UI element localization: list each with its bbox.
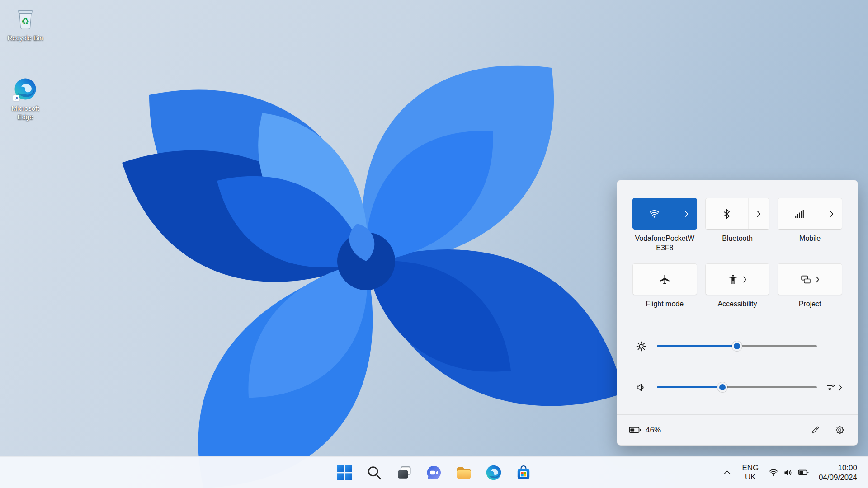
brightness-slider-fill (657, 345, 737, 347)
volume-status-icon (783, 468, 793, 477)
chevron-up-icon (724, 470, 731, 474)
battery-status-button[interactable]: 46% (629, 426, 661, 435)
speaker-icon (632, 382, 650, 393)
volume-row (632, 378, 842, 396)
search-icon (366, 465, 382, 481)
chevron-right-icon (830, 211, 834, 217)
accessibility-label: Accessibility (705, 299, 770, 309)
quick-settings-footer: 46% (617, 414, 858, 445)
svg-text:♻: ♻ (21, 16, 29, 26)
file-explorer-button[interactable] (451, 460, 477, 486)
quick-settings-panel: VodafonePocketW E3F8 Bluetooth (617, 180, 858, 446)
footer-buttons (806, 422, 849, 438)
chevron-right-icon (838, 384, 842, 391)
system-tray-status-button[interactable] (764, 460, 813, 485)
chevron-right-icon (757, 211, 761, 217)
language-code: ENG (742, 464, 759, 473)
quick-setting-cell-flight-mode: Flight mode (632, 263, 697, 309)
shortcut-arrow-icon: ↗ (13, 95, 19, 101)
wifi-expand-button[interactable] (676, 198, 697, 229)
mobile-signal-icon (794, 208, 805, 220)
battery-icon (629, 427, 641, 433)
start-button[interactable] (331, 460, 358, 486)
brightness-sun-icon (632, 341, 650, 352)
taskbar: ENG UK 10:00 04/09/2024 (0, 456, 868, 488)
chevron-right-icon (743, 276, 747, 283)
taskbar-tray: ENG UK 10:00 04/09/2024 (718, 457, 868, 488)
wifi-status-icon (769, 468, 778, 477)
flight-mode-label: Flight mode (632, 299, 697, 309)
bluetooth-icon-wrap (706, 198, 749, 229)
mobile-icon-wrap (778, 198, 821, 229)
quick-setting-cell-accessibility: Accessibility (705, 263, 770, 309)
brightness-row (632, 337, 842, 355)
quick-setting-cell-mobile: Mobile (778, 198, 842, 263)
search-button[interactable] (361, 460, 387, 486)
bluetooth-expand-button[interactable] (748, 198, 769, 229)
edit-quick-settings-button[interactable] (806, 422, 824, 438)
desktop-icon-recycle-bin[interactable]: ♻ Recycle Bin (4, 5, 47, 42)
brightness-slider-track[interactable] (657, 345, 817, 347)
brightness-slider[interactable] (657, 340, 817, 352)
flight-mode-toggle[interactable] (632, 263, 697, 295)
audio-output-selector[interactable] (817, 382, 842, 392)
bluetooth-label: Bluetooth (705, 234, 770, 243)
language-region: UK (745, 473, 756, 482)
quick-setting-cell-bluetooth: Bluetooth (705, 198, 770, 263)
wifi-label: VodafonePocketW E3F8 (632, 234, 697, 253)
accessibility-button[interactable] (705, 263, 770, 295)
file-explorer-icon (456, 465, 472, 481)
wifi-icon-wrap (633, 198, 676, 229)
clock-date: 04/09/2024 (819, 473, 857, 482)
windows-start-icon (336, 465, 353, 481)
volume-slider[interactable] (657, 381, 817, 394)
chevron-right-icon (684, 211, 689, 217)
store-icon (515, 465, 532, 481)
settings-button[interactable] (830, 422, 849, 438)
edge-icon: ↗ (12, 76, 38, 102)
project-icon (800, 274, 811, 285)
quick-setting-cell-wifi: VodafonePocketW E3F8 (632, 198, 697, 263)
edge-icon (486, 465, 502, 481)
mobile-toggle[interactable] (778, 198, 842, 230)
task-view-icon (396, 465, 412, 481)
show-hidden-icons-button[interactable] (718, 460, 736, 485)
battery-percentage: 46% (646, 426, 661, 435)
flight-mode-icon (659, 274, 670, 285)
chat-button[interactable] (421, 460, 447, 486)
settings-gear-icon (835, 425, 844, 435)
edge-button[interactable] (481, 460, 507, 486)
desktop-icon-microsoft-edge[interactable]: ↗ Microsoft Edge (4, 76, 47, 121)
edit-pencil-icon (811, 425, 820, 435)
desktop-icon-label: Recycle Bin (7, 33, 43, 42)
project-label: Project (778, 299, 842, 309)
quick-setting-cell-project: Project (778, 263, 842, 309)
language-indicator[interactable]: ENG UK (738, 460, 763, 485)
chat-icon (426, 465, 442, 481)
mobile-label: Mobile (778, 234, 842, 243)
audio-output-icon (826, 382, 836, 392)
mobile-expand-button[interactable] (821, 198, 842, 229)
taskbar-app-icons (331, 457, 537, 488)
wifi-icon (649, 208, 660, 220)
accessibility-icon (727, 274, 739, 285)
desktop-icon-label: Microsoft Edge (4, 104, 47, 121)
volume-slider-track[interactable] (657, 386, 817, 388)
chevron-right-icon (816, 276, 820, 283)
volume-slider-fill (657, 386, 722, 388)
brightness-slider-thumb[interactable] (732, 341, 742, 351)
project-button[interactable] (778, 263, 842, 295)
bluetooth-icon (721, 208, 732, 220)
store-button[interactable] (510, 460, 537, 486)
recycle-bin-icon: ♻ (12, 5, 38, 32)
task-view-button[interactable] (391, 460, 417, 486)
battery-status-icon (798, 469, 809, 475)
clock-time: 10:00 (838, 463, 857, 473)
clock[interactable]: 10:00 04/09/2024 (815, 460, 861, 485)
quick-settings-tile-grid: VodafonePocketW E3F8 Bluetooth (632, 198, 842, 309)
volume-slider-thumb[interactable] (717, 382, 727, 392)
bluetooth-toggle[interactable] (705, 198, 770, 230)
wifi-toggle[interactable] (632, 198, 697, 230)
